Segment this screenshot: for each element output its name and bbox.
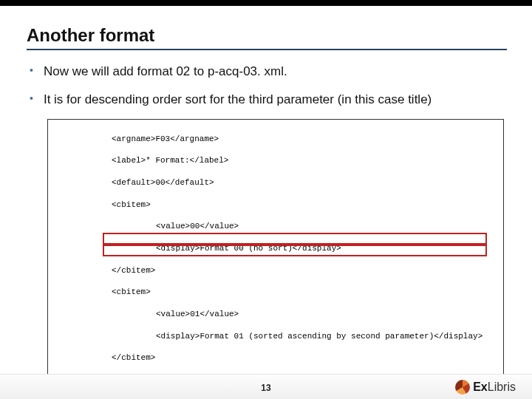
bullet-icon: • <box>30 62 33 78</box>
code-line: </cbitem> <box>112 352 499 364</box>
bullet-list: • Now we will add format 02 to p-acq-03.… <box>30 62 505 110</box>
code-line: <cbitem> <box>112 287 499 298</box>
code-line: <cbitem> <box>112 200 499 211</box>
logo-swirl-icon <box>455 380 470 395</box>
code-sample-box: <argname>F03</argname> <label>* Format:<… <box>47 119 504 399</box>
bullet-item: • Now we will add format 02 to p-acq-03.… <box>30 62 505 81</box>
page-number: 13 <box>261 383 270 393</box>
bullet-item: • It is for descending order sort for th… <box>30 90 505 109</box>
bullet-text: It is for descending order sort for the … <box>44 90 432 109</box>
bullet-text: Now we will add format 02 to p-acq-03. x… <box>44 62 287 81</box>
top-accent-bar <box>0 0 532 6</box>
bullet-icon: • <box>30 90 33 106</box>
code-line: <argname>F03</argname> <box>112 134 499 145</box>
code-line: </cbitem> <box>112 265 499 276</box>
title-underline <box>27 49 507 50</box>
code-block: <argname>F03</argname> <label>* Format:<… <box>52 123 499 399</box>
exlibris-logo: ExLibris <box>455 380 516 395</box>
code-line: <default>00</default> <box>112 177 499 188</box>
highlight-rectangle <box>103 233 487 245</box>
slide: Another format • Now we will add format … <box>0 0 532 399</box>
slide-title: Another format <box>27 25 505 46</box>
code-line: <value>00</value> <box>156 221 499 232</box>
code-line: <value>01</value> <box>156 309 499 320</box>
code-line: <label>* Format:</label> <box>112 155 499 166</box>
logo-text: ExLibris <box>473 381 516 394</box>
highlight-rectangle <box>103 245 487 256</box>
code-line: <display>Format 01 (sorted ascending by … <box>156 331 499 342</box>
